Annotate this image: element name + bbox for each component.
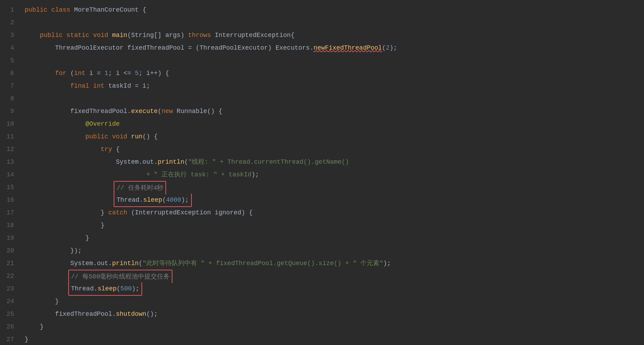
code-line-26: } bbox=[25, 320, 644, 333]
code-line-4: ThreadPoolExecutor fixedThreadPool = (Th… bbox=[25, 42, 644, 54]
code-line-16: Thread.sleep(4000); bbox=[25, 194, 644, 206]
code-line-8 bbox=[25, 92, 644, 105]
code-line-11: public void run() { bbox=[25, 130, 644, 143]
code-line-14: + " 正在执行 task: " + taskId); bbox=[25, 168, 644, 181]
code-line-18: } bbox=[25, 219, 644, 232]
code-line-13: System.out.println("线程: " + Thread.curre… bbox=[25, 156, 644, 168]
code-line-2 bbox=[25, 16, 644, 29]
code-line-3: public static void main(String[] args) t… bbox=[25, 29, 644, 42]
code-line-21: System.out.println("此时等待队列中有 " + fixedTh… bbox=[25, 257, 644, 270]
code-line-1: public class MoreThanCoreCount { bbox=[25, 4, 644, 16]
code-line-25: fixedThreadPool.shutdown(); bbox=[25, 308, 644, 320]
code-line-5 bbox=[25, 54, 644, 67]
code-line-9: fixedThreadPool.execute(new Runnable() { bbox=[25, 105, 644, 118]
code-line-10: @Override bbox=[25, 118, 644, 130]
code-line-20: }); bbox=[25, 244, 644, 257]
code-line-23: Thread.sleep(500); bbox=[25, 282, 644, 295]
code-line-6: for (int i = 1; i <= 5; i++) { bbox=[25, 67, 644, 80]
code-line-22: // 每500毫秒向线程池中提交任务 bbox=[25, 270, 644, 282]
code-line-15: // 任务耗时4秒 bbox=[25, 181, 644, 194]
code-line-19: } bbox=[25, 232, 644, 244]
code-line-27: } bbox=[25, 333, 644, 345]
code-editor: 1 2 3 4 5 6 7 8 9 10 11 12 13 14 15 16 1… bbox=[0, 0, 644, 345]
code-line-24: } bbox=[25, 295, 644, 308]
code-line-12: try { bbox=[25, 143, 644, 156]
code-line-17: } catch (InterruptedException ignored) { bbox=[25, 206, 644, 219]
line-numbers: 1 2 3 4 5 6 7 8 9 10 11 12 13 14 15 16 1… bbox=[0, 4, 21, 345]
code-lines: public class MoreThanCoreCount { public … bbox=[21, 4, 644, 345]
code-line-7: final int taskId = i; bbox=[25, 80, 644, 92]
